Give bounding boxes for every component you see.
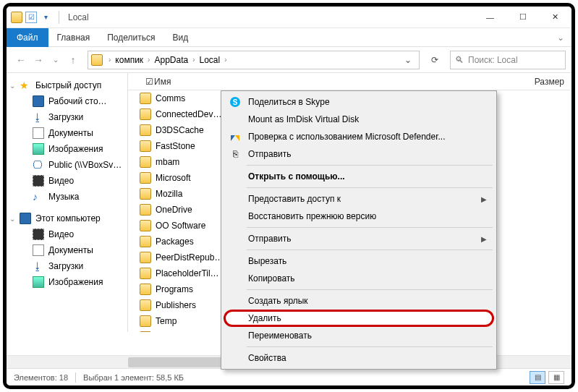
folder-icon — [140, 156, 151, 168]
sidebar-pcdown[interactable]: Загрузки — [48, 261, 83, 271]
status-bar: Элементов: 18 Выбран 1 элемент: 58,5 КБ … — [7, 368, 571, 385]
list-item[interactable]: PlaceholderTil… — [156, 268, 219, 278]
nav-forward-button[interactable]: → — [30, 51, 47, 69]
folder-icon — [91, 54, 103, 66]
list-item[interactable]: Microsoft — [156, 173, 191, 183]
folder-icon — [140, 172, 151, 184]
window-title: Local — [68, 12, 89, 22]
sidebar-thispc[interactable]: Этот компьютер — [35, 213, 101, 223]
quick-access-toolbar: ☑ ▾ — [25, 12, 54, 23]
refresh-button[interactable]: ⟳ — [425, 51, 444, 69]
search-input[interactable]: 🔍︎ Поиск: Local — [450, 51, 566, 69]
ribbon-file[interactable]: Файл — [7, 28, 48, 47]
sidebar-pcdocs[interactable]: Документы — [48, 245, 93, 255]
sidebar-video[interactable]: Видео — [48, 176, 74, 186]
crumb-drop-icon[interactable]: ⌄ — [400, 55, 416, 65]
crumb-seg[interactable]: AppData — [151, 55, 191, 65]
col-name[interactable]: ☑Имя — [128, 77, 309, 87]
menu-cut[interactable]: Вырезать — [224, 252, 494, 270]
list-item[interactable]: Programs — [156, 284, 193, 294]
sidebar-quickaccess[interactable]: Быстрый доступ — [35, 80, 101, 90]
ribbon-expand-icon[interactable]: ⌄ — [557, 33, 571, 43]
download-icon: ⭳ — [33, 260, 44, 272]
menu-openwith[interactable]: Открыть с помощью... — [224, 168, 494, 185]
list-item[interactable]: PeerDistRepub… — [156, 252, 223, 263]
folder-icon — [140, 315, 151, 327]
crumb-seg[interactable]: Local — [197, 55, 224, 65]
list-item[interactable]: Packages — [156, 237, 194, 247]
network-icon: 🖵 — [33, 159, 44, 171]
star-icon: ★ — [20, 80, 31, 91]
menu-skype[interactable]: SПоделиться в Skype — [224, 93, 494, 111]
menu-defender[interactable]: Проверка с использованием Microsoft Defe… — [224, 128, 494, 145]
sidebar-documents[interactable]: Документы — [48, 128, 93, 138]
menu-grant[interactable]: Предоставить доступ к▶ — [224, 190, 494, 208]
video-icon — [33, 229, 44, 240]
list-item[interactable]: FastStone — [156, 141, 195, 151]
nav-back-button[interactable]: ← — [12, 51, 30, 69]
menu-props[interactable]: Свойства — [224, 349, 494, 367]
pc-icon — [20, 213, 31, 224]
sidebar-desktop[interactable]: Рабочий сто… — [48, 96, 107, 106]
list-item[interactable]: Temp — [156, 316, 177, 326]
menu-mount[interactable]: Mount as ImDisk Virtual Disk — [224, 111, 494, 128]
status-selection: Выбран 1 элемент: 58,5 КБ — [83, 373, 184, 382]
ribbon-home[interactable]: Главная — [48, 30, 99, 46]
folder-icon — [140, 124, 151, 136]
menu-delete[interactable]: Удалить — [224, 310, 494, 327]
image-icon — [33, 276, 44, 288]
sidebar-pcpics[interactable]: Изображения — [48, 277, 103, 287]
list-item[interactable]: OneDrive — [156, 205, 192, 215]
desktop-icon — [33, 95, 44, 107]
navigation-pane[interactable]: ⌄★Быстрый доступ Рабочий сто… ⭳Загрузки … — [7, 73, 128, 332]
list-item[interactable]: mbam — [156, 157, 179, 167]
ribbon-view[interactable]: Вид — [163, 30, 197, 46]
maximize-button[interactable]: ☐ — [506, 7, 539, 28]
folder-icon — [140, 284, 151, 295]
video-icon — [33, 175, 44, 187]
share-icon: ⎘ — [229, 148, 241, 160]
menu-shortcut[interactable]: Создать ярлык — [224, 292, 494, 310]
menu-send[interactable]: Отправить▶ — [224, 230, 494, 247]
menu-copy[interactable]: Копировать — [224, 270, 494, 287]
sidebar-pictures[interactable]: Изображения — [48, 144, 103, 154]
address-bar[interactable]: › компик › AppData › Local › ⌄ — [88, 51, 420, 69]
search-icon: 🔍︎ — [455, 55, 464, 65]
minimize-button[interactable]: — — [474, 7, 506, 28]
folder-icon — [140, 299, 151, 311]
list-item[interactable]: Comms — [156, 93, 185, 103]
close-button[interactable]: ✕ — [539, 7, 571, 28]
menu-rename[interactable]: Переименовать — [224, 327, 494, 344]
folder-icon — [140, 188, 151, 200]
folder-icon — [140, 252, 151, 263]
nav-up-button[interactable]: ↑ — [64, 51, 82, 69]
view-large-button[interactable]: ▦ — [548, 371, 564, 384]
folder-icon — [140, 220, 151, 231]
folder-icon — [140, 93, 151, 104]
status-count: Элементов: 18 — [14, 373, 68, 382]
list-item[interactable]: Publishers — [156, 300, 196, 310]
list-item[interactable]: ConnectedDev… — [156, 109, 221, 119]
image-icon — [33, 143, 44, 155]
qat-props-icon[interactable]: ☑ — [25, 12, 37, 23]
view-details-button[interactable]: ▤ — [530, 371, 545, 384]
sidebar-music[interactable]: Музыка — [48, 192, 79, 202]
list-item[interactable]: Mozilla — [156, 189, 182, 199]
document-icon — [33, 244, 44, 256]
crumb-seg[interactable]: компик — [112, 55, 146, 65]
list-item[interactable]: D3DSCache — [156, 125, 204, 135]
list-item[interactable]: OO Software — [156, 221, 205, 231]
music-icon: ♪ — [33, 191, 44, 203]
qat-new-icon[interactable]: ▾ — [40, 12, 51, 23]
sidebar-downloads[interactable]: Загрузки — [48, 112, 83, 122]
shield-icon — [229, 131, 241, 142]
ribbon-share[interactable]: Поделиться — [98, 30, 163, 46]
sidebar-public[interactable]: Public (\\VBoxSv… — [48, 160, 122, 170]
menu-sendto[interactable]: ⎘Отправить — [224, 145, 494, 163]
col-size[interactable]: Размер — [514, 77, 571, 87]
document-icon — [33, 127, 44, 139]
context-menu[interactable]: SПоделиться в Skype Mount as ImDisk Virt… — [221, 90, 497, 370]
sidebar-pcvideo[interactable]: Видео — [48, 229, 74, 239]
menu-restore[interactable]: Восстановить прежнюю версию — [224, 208, 494, 225]
nav-history-button[interactable]: ⌄ — [47, 51, 64, 69]
